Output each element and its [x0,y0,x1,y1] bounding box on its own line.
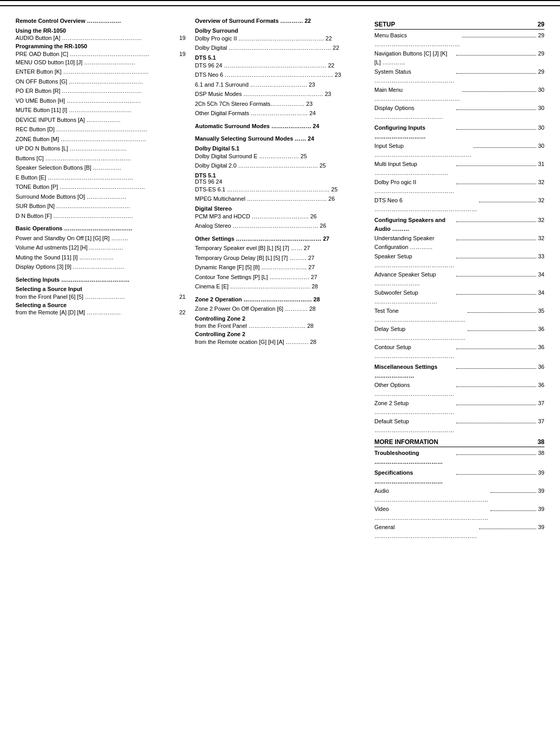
toc-entry: Troubleshooting ………………………………38 [374,449,544,466]
toc-title: Other Options …………………………………… [374,381,454,398]
toc-title: Configuring Speakers and Audio ……… [374,216,454,233]
toc-title: E Button [E] ……………………………………… [16,173,186,182]
toc-page: 37 [538,399,544,408]
section-header-page: 38 [538,438,544,446]
toc-title: Audio …………………………………………………… [374,487,488,504]
toc-entry: 2Ch 5Ch 7Ch Stereo Formats……………… 23 [195,100,365,108]
toc-title: 6.1 and 7.1 Surround ………………………… 23 [195,80,365,89]
toc-entry: D N Button [F] …………………………………… [16,212,186,220]
toc-title: Test Tone ………………………………………… [374,307,466,324]
toc-title: Temporary Speaker evel [B] [L] [5] [7] …… [195,244,365,253]
toc-entry: Menu Basics ………………………………………29 [374,31,544,48]
toc-group-title: Selecting a Source [16,301,186,310]
toc-entry: Video ……………………………………………………39 [374,505,544,522]
toc-section-label: Dolby Digital 5.1 [195,145,365,151]
toc-dots [456,276,536,276]
toc-title: DTS 96 24 ……………………………………………… 22 [195,61,365,70]
toc-title: Contour Setup …………………………………… [374,343,454,360]
toc-title: Speaker Selection Buttons [B] …………… [16,163,186,172]
toc-page: 32 [538,196,544,205]
toc-group-sub: from the Remote [A] [D] [M] ……………… [16,309,121,315]
toc-entry: UP DO N Buttons [L] ………………………… [16,144,186,153]
toc-entry: DTS Neo 6 ………………………………………………… 23 [195,71,365,79]
toc-entry: Volume Ad ustments [12] [H] ……………… [16,243,186,252]
toc-dots [456,386,536,387]
toc-entry: Contour Tone Settings [P] [L] ………………… 27 [195,273,365,282]
toc-group-line: from the Front Panel [6] [5] …………………21 [16,294,186,300]
toc-entry: Audio ……………………………………………………39 [374,487,544,504]
toc-entry: VO UME Button [H] ………………………………… [16,96,186,105]
toc-title: Dolby Digital ……………………………………………… 22 [195,44,365,52]
toc-page: 29 [538,49,544,58]
toc-title: Automatic Surround Modes ………………… 24 [195,122,365,131]
toc-group: Selecting a Sourcefrom the Remote [A] [D… [16,301,186,316]
toc-entry: Speaker Selection Buttons [B] …………… [16,163,186,172]
toc-page: 39 [538,505,544,514]
toc-dots [479,202,536,202]
toc-title: Configuring Inputs ……………………… [374,123,454,141]
toc-entry: Configuring Inputs ………………………30 [374,123,544,141]
toc-page: 35 [538,307,544,315]
section-header-page: 29 [538,21,544,28]
toc-entry: Basic Operations ……………………………… [16,224,186,233]
toc-page: 30 [538,104,544,113]
toc-dots [456,240,536,240]
toc-title: Dolby Digital 2.0 …………………………………… 25 [195,161,365,170]
toc-entry: Understanding Speaker Configuration …………… [374,234,544,251]
toc-dots [468,312,536,313]
toc-group: Controlling Zone 2from the Front Panel …… [195,314,365,329]
toc-title: Other Settings ……………………………………… 27 [195,234,365,243]
toc-entry: Default Setup ……………………………………37 [374,417,544,434]
toc-title: MENU OSD button [10] [J] ……………………… [16,58,186,67]
toc-page: 39 [538,468,544,477]
toc-title: MPEG Multichannel …………………………………… 26 [195,195,365,203]
toc-title: Understanding Speaker Configuration ………… [374,234,454,251]
toc-entry: Input Setup ……………………………………………30 [374,142,544,159]
toc-group-title: Using the RR-1050 [16,26,186,35]
toc-entry: DTS Neo 6 ………………………………………………32 [374,196,544,213]
toc-title: Navigation Buttons [C] [J] [K] [L] ………… [374,49,454,66]
toc-entry: Selecting Inputs ……………………………… [16,275,186,284]
toc-page: 34 [538,270,544,279]
toc-title: Dolby Pro ogic II …………………………………… [374,178,454,195]
toc-entry: DEVICE INPUT Buttons [A] ……………… [16,116,186,125]
toc-section-label: Dolby Surround [195,27,365,34]
toc-entry: Overview of Surround Formats ………… 22 [195,17,365,25]
toc-title: Dynamic Range [F] [5] [8] …………………… 27 [195,263,365,272]
toc-entry: TONE Button [P] ……………………………………… [16,183,186,191]
toc-title: REC Button [D] ………………………………………… [16,125,186,134]
toc-title: Selecting Inputs ……………………………… [16,275,186,284]
toc-entry: Muting the Sound [11] [I] ……………… [16,253,186,262]
toc-entry: Temporary Speaker evel [B] [L] [5] [7] …… [195,244,365,253]
toc-dots [456,109,536,110]
toc-group: Using the RR-1050AUDIO Button [A] ………………… [16,26,186,42]
toc-title: Display Options ……………………………… [374,104,454,121]
toc-title: DTS Neo 6 ……………………………………………… [374,196,477,213]
toc-group-line: from the Remote [A] [D] [M] ………………22 [16,309,186,315]
toc-entry: Dolby Digital 2.0 …………………………………… 25 [195,161,365,170]
toc-entry: Display Options ………………………………30 [374,104,544,121]
toc-title: General ……………………………………………… [374,523,477,540]
toc-title: Zone 2 Setup …………………………………… [374,399,454,416]
toc-title: Zone 2 Power On Off Operation [6] ………… 2… [195,305,365,313]
toc-page: 32 [538,216,544,225]
toc-title: Zone 2 Operation ……………………………… 28 [195,295,365,304]
toc-dots [456,349,536,349]
toc-entry: System Status ……………………………………29 [374,67,544,85]
toc-title: Troubleshooting ……………………………… [374,449,454,466]
toc-title: Overview of Surround Formats ………… 22 [195,17,365,25]
toc-title: Volume Ad ustments [12] [H] ……………… [16,243,186,252]
toc-title: System Status …………………………………… [374,67,454,85]
toc-page: 30 [538,142,544,150]
toc-page: 30 [538,86,544,94]
toc-page: 29 [538,67,544,76]
toc-dots [462,37,536,37]
toc-entry: MUTE Button [11] [I] …………………………… [16,106,186,115]
toc-title: 2Ch 5Ch 7Ch Stereo Formats……………… 23 [195,100,365,108]
toc-entry: Test Tone …………………………………………35 [374,307,544,324]
toc-section-label: DTS 5.1 [195,54,365,61]
toc-page: 30 [538,123,544,132]
toc-entry: Navigation Buttons [C] [J] [K] [L] …………2… [374,49,544,66]
toc-group-title: Programming the RR-1050 [16,42,186,51]
toc-entry: Other Settings ……………………………………… 27 [195,234,365,243]
